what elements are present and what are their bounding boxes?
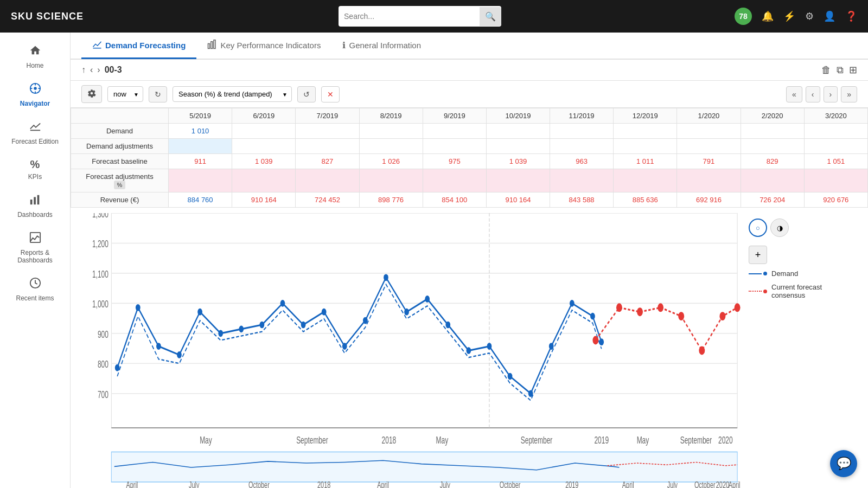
sidebar-label-navigator: Navigator [20,100,50,107]
cell-fa-1-2020[interactable] [677,169,741,192]
table-row-forecast-baseline: Forecast baseline 911 1 039 827 1 026 97… [71,154,868,169]
cell-fa-2-2020[interactable] [741,169,804,192]
svg-rect-13 [208,43,210,48]
sidebar-item-recent-items[interactable]: Recent items [0,271,70,309]
gear-icon[interactable]: ⚙ [805,10,814,22]
cell-fa-9-2019[interactable] [423,169,486,192]
sidebar-item-dashboards[interactable]: Dashboards [0,187,70,225]
topnav: SKU SCIENCE 🔍 78 🔔 ⚡ ⚙ 👤 ❓ [0,0,868,33]
user-icon[interactable]: 👤 [824,10,835,22]
cell-rev-11-2019: 843 588 [550,192,614,208]
sidebar-item-navigator[interactable]: Navigator [0,76,70,114]
cell-fb-6-2019: 1 039 [232,154,296,169]
cell-fb-2-2020: 829 [741,154,804,169]
percent-btn[interactable]: % [114,181,126,189]
cell-fa-5-2019[interactable] [169,169,232,192]
cell-fa-11-2019[interactable] [550,169,614,192]
breadcrumb-back-btn[interactable]: ‹ [90,65,93,75]
circle-view-btn[interactable]: ○ [749,219,767,237]
settings-btn[interactable] [81,85,102,103]
sidebar-item-home[interactable]: Home [0,38,70,76]
svg-text:2019: 2019 [565,480,578,488]
tabs-container: Demand Forecasting Key Performance Indic… [71,33,868,60]
nav-prev-btn[interactable]: ‹ [806,86,820,102]
nav-next-btn[interactable]: › [824,86,838,102]
tab-general-info[interactable]: ℹ General Information [331,33,432,59]
svg-point-39 [239,326,244,333]
sidebar-label-dashboards: Dashboards [17,211,53,219]
cell-demand-adj-11-2019 [550,139,614,154]
close-btn[interactable]: ✕ [321,86,340,102]
cell-fa-12-2019[interactable] [614,169,677,192]
breadcrumb-up-btn[interactable]: ↑ [81,65,86,75]
search-input[interactable] [344,12,480,21]
half-circle-view-btn[interactable]: ◑ [770,219,789,237]
cell-fb-9-2019: 975 [423,154,486,169]
data-table: 5/2019 6/2019 7/2019 8/2019 9/2019 10/20… [71,108,868,208]
svg-rect-14 [211,41,213,48]
bell-icon[interactable]: 🔔 [762,10,774,22]
sidebar-item-kpis[interactable]: % KPIs [0,152,70,187]
cell-demand-12-2019 [614,124,677,139]
svg-rect-7 [30,200,32,204]
cell-demand-adj-3-2020 [804,139,867,154]
breadcrumb-actions: 🗑 ⧉ ⊞ [821,64,857,76]
svg-text:September: September [680,434,712,445]
col-header-10-2019: 10/2019 [486,108,550,124]
breadcrumb-title: 00-3 [105,65,122,75]
tab-label-demand: Demand Forecasting [105,41,186,50]
tab-demand-forecasting[interactable]: Demand Forecasting [81,33,196,59]
cell-fb-5-2019: 911 [169,154,232,169]
nav-first-btn[interactable]: « [786,86,802,102]
sidebar-item-reports-dashboards[interactable]: Reports & Dashboards [0,225,70,271]
cell-demand-1-2020 [677,124,741,139]
cell-fa-8-2019[interactable] [359,169,423,192]
svg-point-47 [404,309,409,316]
grid-btn[interactable]: ⊞ [849,64,857,76]
col-header-1-2020: 1/2020 [677,108,741,124]
cell-rev-8-2019: 898 776 [359,192,423,208]
bolt-icon[interactable]: ⚡ [783,10,795,22]
cell-demand-adj-5-2019[interactable] [169,139,232,154]
cell-fa-6-2019[interactable] [232,169,296,192]
copy-btn[interactable]: ⧉ [837,64,844,76]
legend-label-forecast: Current forecast consensus [771,283,857,299]
cell-fa-7-2019[interactable] [296,169,359,192]
svg-point-65 [735,303,741,312]
chat-button[interactable]: 💬 [830,450,857,477]
cell-demand-11-2019 [550,124,614,139]
date-selector[interactable]: now [107,86,143,102]
cell-rev-2-2020: 726 204 [741,192,804,208]
search-button[interactable]: 🔍 [480,7,501,26]
cell-fb-7-2019: 827 [296,154,359,169]
kpi-tab-icon [207,40,217,52]
add-series-btn[interactable]: + [749,246,767,264]
legend-label-demand: Demand [771,269,798,278]
cell-demand-9-2019 [423,124,486,139]
nav-last-btn[interactable]: » [841,86,857,102]
delete-btn[interactable]: 🗑 [821,64,831,76]
cell-rev-6-2019: 910 164 [232,192,296,208]
svg-text:2019: 2019 [594,434,609,445]
tab-kpi[interactable]: Key Performance Indicators [196,33,331,59]
kpis-icon: % [30,158,40,171]
reset-btn[interactable]: ↺ [297,86,316,102]
cell-fa-3-2020[interactable] [804,169,867,192]
svg-rect-9 [37,195,39,204]
legend-item-demand: Demand [749,269,857,278]
cell-fa-10-2019[interactable] [486,169,550,192]
svg-text:700: 700 [98,389,108,400]
svg-text:1,300: 1,300 [92,213,108,219]
svg-point-1 [34,87,37,90]
cell-demand-adj-10-2019 [486,139,550,154]
cell-demand-6-2019 [232,124,296,139]
sidebar-item-forecast-edition[interactable]: Forecast Edition [0,114,70,152]
demand-dot-indicator [763,272,767,275]
breadcrumb-forward-btn[interactable]: › [97,65,100,75]
search-box: 🔍 [339,6,501,27]
refresh-btn[interactable]: ↻ [149,86,167,102]
svg-point-55 [570,300,575,307]
pagination-controls: « ‹ › » [786,86,857,102]
forecast-model-selector[interactable]: Season (%) & trend (damped) [173,86,292,102]
help-icon[interactable]: ❓ [845,10,857,22]
